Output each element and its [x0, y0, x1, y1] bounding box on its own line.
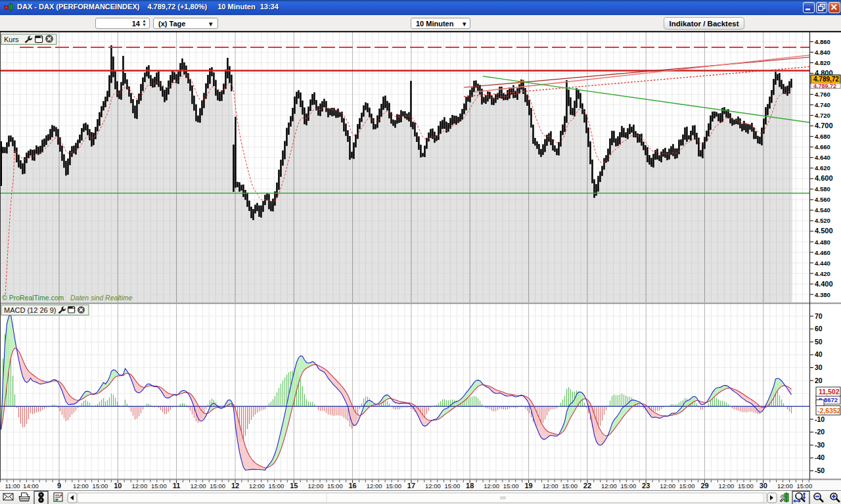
- svg-text:4.700: 4.700: [815, 122, 833, 129]
- svg-text:4.500: 4.500: [815, 227, 833, 235]
- svg-text:18: 18: [466, 482, 474, 490]
- svg-text:12:00: 12:00: [73, 482, 89, 490]
- svg-text:4.840: 4.840: [815, 49, 830, 56]
- svg-text:-30: -30: [815, 441, 825, 449]
- svg-text:4.740: 4.740: [815, 101, 830, 108]
- svg-text:4.860: 4.860: [815, 38, 830, 45]
- svg-text:15:00: 15:00: [796, 482, 812, 490]
- svg-text:19: 19: [524, 482, 532, 490]
- svg-text:12:00: 12:00: [425, 482, 441, 490]
- svg-text:4.789,72: 4.789,72: [813, 83, 836, 89]
- svg-text:-10: -10: [815, 415, 825, 423]
- svg-text:4.560: 4.560: [815, 196, 830, 203]
- svg-text:4.520: 4.520: [815, 217, 830, 224]
- svg-text:-40: -40: [815, 453, 825, 461]
- svg-text:4.540: 4.540: [815, 206, 830, 214]
- svg-text:15:00: 15:00: [503, 482, 519, 490]
- svg-text:4.789,72: 4.789,72: [813, 76, 839, 83]
- svg-text:40: 40: [815, 350, 823, 358]
- svg-text:15: 15: [290, 482, 298, 490]
- svg-text:15:00: 15:00: [679, 482, 695, 490]
- svg-text:MACD (12 26 9): MACD (12 26 9): [4, 306, 56, 314]
- svg-text:-2,6352: -2,6352: [817, 407, 841, 415]
- svg-text:-50: -50: [815, 467, 825, 474]
- svg-text:16: 16: [348, 482, 356, 490]
- svg-text:12: 12: [231, 482, 239, 490]
- svg-text:15:00: 15:00: [445, 482, 461, 490]
- svg-text:15:00: 15:00: [151, 482, 167, 490]
- svg-text:30: 30: [760, 482, 767, 490]
- svg-text:70: 70: [815, 312, 823, 320]
- svg-text:14:00: 14:00: [23, 482, 39, 490]
- svg-text:12:00: 12:00: [191, 482, 206, 490]
- svg-text:11:00: 11:00: [5, 482, 20, 490]
- svg-text:4.420: 4.420: [815, 270, 830, 277]
- svg-text:50: 50: [815, 338, 823, 346]
- svg-text:Kurs: Kurs: [4, 35, 19, 43]
- svg-text:12:00: 12:00: [601, 482, 617, 490]
- svg-text:4.660: 4.660: [815, 143, 830, 150]
- svg-text:4.820: 4.820: [815, 59, 830, 66]
- svg-text:4.620: 4.620: [815, 164, 830, 172]
- svg-text:-20: -20: [815, 428, 825, 436]
- svg-text:15:00: 15:00: [386, 482, 401, 490]
- svg-text:Daten sind Realtime: Daten sind Realtime: [70, 294, 133, 302]
- svg-text:12:00: 12:00: [719, 482, 735, 490]
- svg-text:12:00: 12:00: [131, 482, 147, 490]
- svg-text:15:00: 15:00: [738, 482, 754, 490]
- svg-text:15:00: 15:00: [269, 482, 284, 490]
- svg-text:9: 9: [57, 482, 61, 490]
- svg-text:30: 30: [815, 363, 823, 371]
- svg-text:15:00: 15:00: [621, 482, 637, 490]
- svg-text:4.580: 4.580: [815, 185, 830, 193]
- svg-text:4.600: 4.600: [815, 174, 833, 182]
- svg-text:12:00: 12:00: [660, 482, 675, 490]
- svg-text:17: 17: [407, 482, 415, 490]
- svg-text:11: 11: [173, 482, 181, 490]
- svg-text:12:00: 12:00: [777, 482, 793, 490]
- svg-text:4.760: 4.760: [815, 91, 830, 98]
- svg-text:4.480: 4.480: [815, 239, 830, 246]
- svg-text:4.460: 4.460: [815, 249, 830, 256]
- svg-text:60: 60: [815, 325, 823, 332]
- svg-text:12:00: 12:00: [367, 482, 382, 490]
- svg-text:12:00: 12:00: [307, 482, 323, 490]
- svg-text:4.380: 4.380: [815, 291, 830, 298]
- svg-text:4.440: 4.440: [815, 260, 830, 267]
- svg-text:23: 23: [642, 482, 650, 490]
- svg-text:4.680: 4.680: [815, 133, 830, 140]
- svg-text:15:00: 15:00: [562, 482, 578, 490]
- svg-text:20: 20: [815, 377, 823, 384]
- svg-text:4.640: 4.640: [815, 154, 830, 161]
- svg-text:15:00: 15:00: [210, 482, 225, 490]
- svg-text:10: 10: [114, 482, 122, 490]
- svg-text:22: 22: [583, 482, 591, 490]
- svg-text:4.400: 4.400: [815, 280, 833, 288]
- svg-text:12:00: 12:00: [249, 482, 265, 490]
- svg-text:12:00: 12:00: [484, 482, 499, 490]
- svg-text:15:00: 15:00: [93, 482, 108, 490]
- svg-text:12:00: 12:00: [543, 482, 558, 490]
- svg-text:4.720: 4.720: [815, 112, 830, 119]
- svg-text:11,502: 11,502: [819, 388, 840, 396]
- svg-text:15:00: 15:00: [327, 482, 343, 490]
- svg-text:© ProRealTime.com: © ProRealTime.com: [2, 294, 64, 302]
- svg-text:29: 29: [700, 482, 708, 490]
